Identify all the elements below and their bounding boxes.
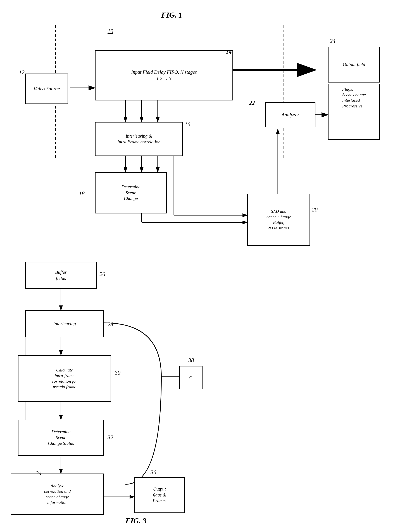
ref-18: 18 bbox=[79, 190, 85, 197]
ref-24: 24 bbox=[330, 38, 335, 44]
ref-26: 26 bbox=[99, 271, 105, 277]
ref-30: 30 bbox=[115, 370, 121, 376]
flags-box: Flags: Scene change Interlaced Progressi… bbox=[328, 84, 380, 140]
analyzer-box: Analyzer bbox=[265, 102, 315, 127]
ref-38: 38 bbox=[188, 357, 194, 364]
ref-14: 14 bbox=[226, 48, 231, 55]
interleaving-box: Interleaving & Intra Frame correlation bbox=[95, 122, 183, 156]
ref-34: 34 bbox=[36, 470, 42, 476]
interleaving2-box: Interleaving bbox=[25, 310, 104, 337]
input-fifo-box: Input Field Delay FIFO, N stages 1 2 . .… bbox=[95, 50, 233, 101]
ref-12: 12 bbox=[19, 69, 25, 76]
fig1-title: FIG. 1 bbox=[161, 11, 182, 19]
ref-10: 10 bbox=[108, 28, 113, 34]
determine-scene-box: Determine Scene Change bbox=[95, 172, 167, 213]
small-box: ○ bbox=[179, 366, 203, 389]
fig3-title: FIG. 3 bbox=[126, 517, 146, 525]
diagram-container: FIG. 1 10 12 Video Source Input Field De… bbox=[0, 0, 395, 532]
video-source-box: Video Source bbox=[25, 73, 68, 104]
analyse-box: Analyse correlation and scene change inf… bbox=[11, 474, 104, 515]
buffer-fields-box: Buffer fields bbox=[25, 262, 97, 289]
determine-scene2-box: Determine Scene Change Status bbox=[18, 420, 104, 456]
output-flags-box: Output flags & Frames bbox=[134, 477, 185, 513]
sad-buffer-box: SAD and Scene Change Buffer, N+M stages bbox=[247, 194, 310, 246]
calculate-box: Calculate intra-frame correlation for ps… bbox=[18, 355, 111, 402]
ref-22: 22 bbox=[249, 100, 255, 106]
ref-36: 36 bbox=[151, 469, 156, 476]
ref-28: 28 bbox=[108, 321, 113, 328]
ref-32: 32 bbox=[108, 434, 113, 441]
output-field-box: Output field bbox=[328, 47, 380, 83]
ref-16: 16 bbox=[185, 121, 190, 128]
ref-20: 20 bbox=[312, 206, 318, 213]
